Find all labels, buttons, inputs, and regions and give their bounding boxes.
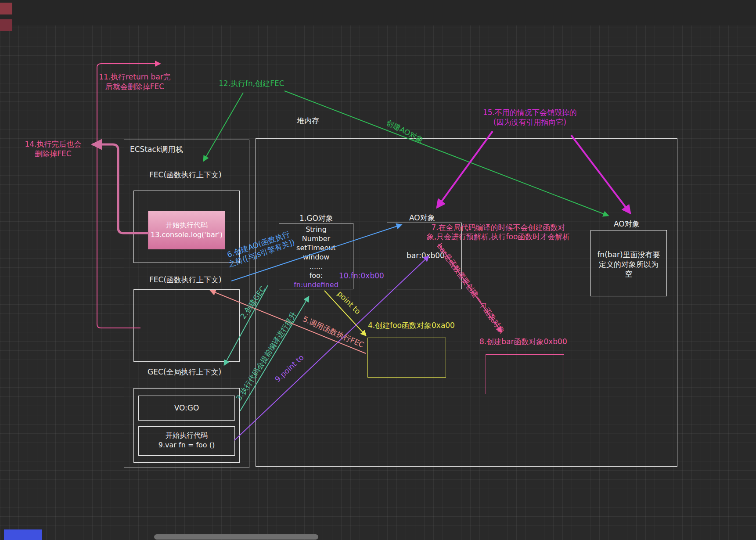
horizontal-scrollbar-thumb[interactable] bbox=[154, 534, 318, 540]
gec-code-box: 开始执行代码 9.var fn = foo () bbox=[138, 426, 235, 456]
fec1-code-card: 开始执行代码 13.console.log('bar') bbox=[148, 211, 225, 249]
heap-box bbox=[256, 138, 677, 467]
ao2-box: fn(bar)里面没有要定义的对象所以为空 bbox=[590, 230, 667, 296]
vo-go-label: VO:GO bbox=[139, 396, 234, 420]
whiteboard-canvas: 开始执行代码 13.console.log('bar') VO:GO 开始执行代… bbox=[0, 0, 756, 540]
top-left-mark-2 bbox=[0, 19, 12, 31]
ao1-label: AO对象 bbox=[409, 213, 435, 223]
note-12-exec-fn: 12.执行fn,创建FEC bbox=[219, 79, 284, 88]
heap-title: 堆内存 bbox=[297, 116, 319, 126]
ecstack-title: ECStack调用栈 bbox=[130, 144, 183, 155]
fec2-label: FEC(函数执行上下文) bbox=[149, 275, 222, 285]
top-bar bbox=[0, 0, 756, 25]
note-11-return-bar: 11.执行return bar完 后就会删除掉FEC bbox=[97, 72, 172, 91]
note-15-destroy: 15.不用的情况下会销毁掉的 (因为没有引用指向它) bbox=[478, 108, 582, 127]
top-left-mark-1 bbox=[0, 3, 12, 14]
fec1-code-line2: 13.console.log('bar') bbox=[148, 230, 225, 240]
gec-code-line1: 开始执行代码 bbox=[139, 431, 234, 440]
fec1-label: FEC(函数执行上下文) bbox=[149, 170, 222, 180]
ao2-content: fn(bar)里面没有要定义的对象所以为空 bbox=[595, 250, 662, 279]
go-item: window bbox=[279, 252, 353, 262]
ao2-label: AO对象 bbox=[614, 219, 640, 229]
go-object-label: 1.GO对象 bbox=[299, 213, 333, 223]
gec-label: GEC(全局执行上下文) bbox=[148, 367, 221, 377]
note-14-delete-fec: 14.执行完后也会 删除掉FEC bbox=[20, 139, 86, 158]
note-8-create-bar: 8.创建bar函数对象0xb00 bbox=[479, 337, 567, 346]
vo-go-box: VO:GO bbox=[138, 396, 235, 421]
foo-function-box bbox=[367, 338, 446, 378]
go-item-fn-undefined: fn:undefined bbox=[279, 280, 353, 289]
fec2-box bbox=[133, 289, 240, 362]
bar-function-box bbox=[486, 354, 564, 394]
bottom-blue-control[interactable] bbox=[4, 529, 42, 540]
go-item: ...... bbox=[279, 262, 353, 271]
note-7-precompile: 7.在全局代码编译的时候不会创建函数对 象,只会进行预解析,执行foo函数时才会… bbox=[421, 223, 576, 241]
gec-code-line2: 9.var fn = foo () bbox=[139, 440, 234, 450]
note-4-create-foo: 4.创建foo函数对象0xa00 bbox=[368, 320, 455, 330]
note-10-fn-0xb00: 10.fn:0xb00 bbox=[339, 271, 384, 281]
fec1-code-line1: 开始执行代码 bbox=[148, 220, 225, 230]
